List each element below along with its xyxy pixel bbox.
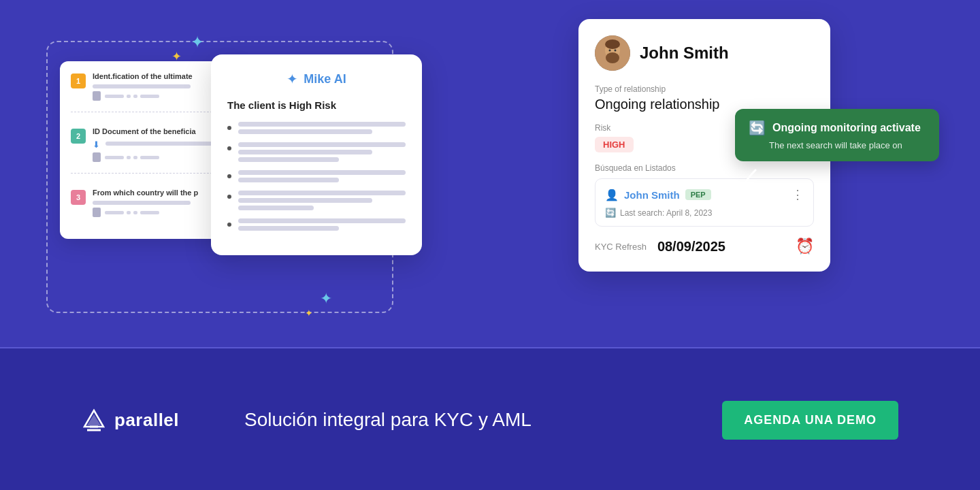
mike-ai-card: ✦ Mike AI The client is High Risk xyxy=(211,54,422,255)
date-bar xyxy=(133,156,137,159)
monitoring-popup: 🔄 Ongoing monitoring activate The next s… xyxy=(735,109,939,161)
mike-ai-content xyxy=(227,122,406,239)
john-avatar xyxy=(595,35,630,71)
refresh-icon-small: 🔄 xyxy=(605,208,616,218)
date-bar xyxy=(140,156,159,159)
three-dots-menu[interactable]: ⋮ xyxy=(791,187,804,202)
mike-bar xyxy=(238,218,406,223)
kyc-clock-icon: ⏰ xyxy=(796,238,814,255)
busqueda-person-name: John Smith xyxy=(624,189,680,201)
checklist-item-3: 3 From which country will the p xyxy=(71,189,233,228)
mike-bars-5 xyxy=(238,218,406,231)
cards-area: 1 Ident.fication of the ultimate xyxy=(0,0,980,347)
date-bar xyxy=(127,156,131,159)
mike-bar xyxy=(238,129,372,134)
type-of-relationship-label: Type of relationship xyxy=(595,84,814,94)
mike-bar xyxy=(238,178,339,182)
mike-dot-1 xyxy=(227,126,231,130)
demo-button[interactable]: AGENDA UNA DEMO xyxy=(722,401,898,440)
monitoring-refresh-icon: 🔄 xyxy=(749,120,766,136)
mike-bar xyxy=(238,150,372,154)
mike-ai-subtitle: The client is High Risk xyxy=(227,99,406,111)
last-search: 🔄 Last search: April 8, 2023 xyxy=(605,208,804,218)
kyc-label: KYC Refresh xyxy=(595,242,647,252)
busqueda-box: 👤 John Smith PEP ⋮ 🔄 Last search: April … xyxy=(595,178,814,227)
mike-bar xyxy=(238,206,314,210)
mike-dot-3 xyxy=(227,174,231,178)
date-bar xyxy=(105,95,124,98)
bottom-tagline: Solución integral para KYC y AML xyxy=(244,409,532,431)
mike-bars-2 xyxy=(238,142,406,162)
mike-bullet-group-3 xyxy=(227,170,406,182)
date-bar xyxy=(105,156,124,159)
checklist-item-1: 1 Ident.fication of the ultimate xyxy=(71,72,233,112)
kyc-row: KYC Refresh 08/09/2025 ⏰ xyxy=(595,238,814,255)
date-bar xyxy=(133,211,137,214)
mike-bars-1 xyxy=(238,122,406,134)
mike-bullet-group-1 xyxy=(227,122,406,134)
date-bars-1 xyxy=(105,95,159,98)
date-bars-2 xyxy=(105,156,159,159)
doc-icon-3 xyxy=(93,208,101,217)
svg-point-2 xyxy=(605,39,620,49)
mike-ai-header: ✦ Mike AI xyxy=(227,71,406,87)
date-bar xyxy=(127,211,131,214)
last-search-text: Last search: April 8, 2023 xyxy=(620,208,712,218)
risk-badge: HIGH xyxy=(595,137,634,152)
checklist-bar-3a xyxy=(93,201,191,205)
bottom-left: parallel Solución integral para KYC y AM… xyxy=(82,408,532,432)
mike-bars-3 xyxy=(238,170,406,182)
date-bar xyxy=(133,95,137,98)
kyc-date: 08/09/2025 xyxy=(657,239,725,255)
checklist-bar-1a xyxy=(93,84,191,88)
parallel-logo-icon xyxy=(82,408,106,432)
john-header: John Smith xyxy=(595,35,814,71)
mike-bar xyxy=(238,157,339,162)
mike-bar xyxy=(238,198,372,203)
doc-icon-1 xyxy=(93,91,101,101)
svg-point-4 xyxy=(609,50,611,52)
date-bar xyxy=(140,95,159,98)
checklist-bar-2a xyxy=(105,142,225,146)
mike-bars-4 xyxy=(238,191,406,210)
busqueda-label: Búsqueda en Listados xyxy=(595,163,814,173)
mike-bar xyxy=(238,122,406,127)
bottom-bar: parallel Solución integral para KYC y AM… xyxy=(0,348,980,490)
date-bar xyxy=(140,211,159,214)
mike-bar xyxy=(238,142,406,147)
mike-bullet-group-5 xyxy=(227,218,406,231)
checklist-item-2: 2 ID Document of the beneficia ⬇ xyxy=(71,127,233,174)
date-bars-3 xyxy=(105,211,159,214)
date-bar xyxy=(105,211,124,214)
svg-point-5 xyxy=(615,50,617,52)
mike-bar xyxy=(238,170,406,175)
mike-bar xyxy=(238,226,339,231)
top-section: ✦ ✦ ✦ ✦ 1 Ident.fication of the ultimate xyxy=(0,0,980,347)
logo-text: parallel xyxy=(114,410,179,431)
mike-dot-5 xyxy=(227,223,231,227)
mike-bullet-group-4 xyxy=(227,191,406,210)
date-bar xyxy=(127,95,131,98)
person-icon: 👤 xyxy=(605,189,619,201)
checklist-num-1: 1 xyxy=(71,74,86,88)
checklist-num-3: 3 xyxy=(71,190,86,205)
monitoring-header: 🔄 Ongoing monitoring activate xyxy=(749,120,926,136)
mike-dot-2 xyxy=(227,146,231,150)
mike-bullet-group-2 xyxy=(227,142,406,162)
svg-point-3 xyxy=(606,52,619,63)
mike-ai-title: Mike AI xyxy=(304,72,346,86)
busqueda-name-row: 👤 John Smith PEP xyxy=(605,189,711,201)
ai-sparkle-icon: ✦ xyxy=(287,71,298,87)
mike-dot-4 xyxy=(227,195,231,199)
john-name: John Smith xyxy=(640,44,729,63)
mike-bar xyxy=(238,191,406,195)
monitoring-title: Ongoing monitoring activate xyxy=(772,122,921,134)
monitoring-subtitle: The next search will take place on xyxy=(749,140,926,150)
busqueda-row: 👤 John Smith PEP ⋮ xyxy=(605,187,804,202)
checklist-num-2: 2 xyxy=(71,129,86,144)
parallel-logo: parallel xyxy=(82,408,179,432)
pep-badge: PEP xyxy=(685,189,711,200)
doc-icon-2 xyxy=(93,152,101,162)
